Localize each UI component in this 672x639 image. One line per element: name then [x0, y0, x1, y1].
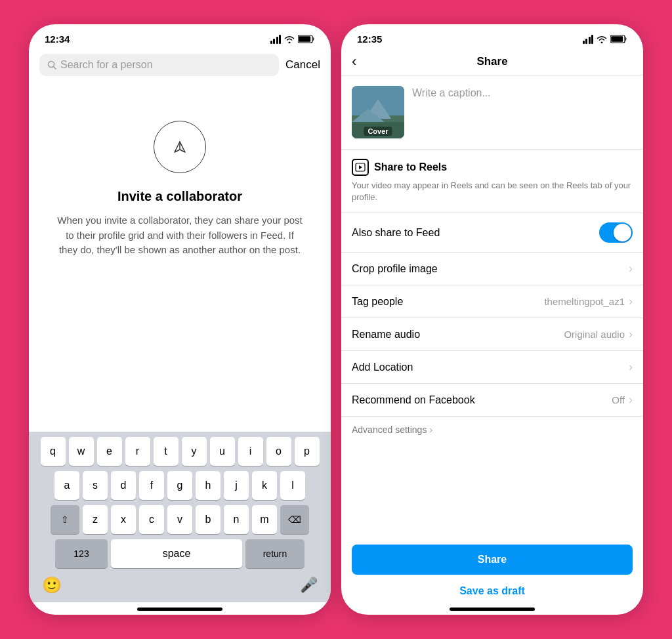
setting-rename-audio[interactable]: Rename audio Original audio › [341, 318, 643, 351]
tag-people-right: themeltingpot_az1 › [544, 295, 633, 308]
cover-label: Cover [364, 127, 392, 136]
key-a[interactable]: a [54, 471, 79, 500]
rename-audio-chevron: › [629, 327, 633, 341]
rename-audio-value: Original audio [564, 329, 625, 340]
svg-rect-1 [299, 36, 310, 42]
right-status-icons [583, 35, 628, 44]
setting-share-to-feed[interactable]: Also share to Feed [341, 213, 643, 253]
key-b[interactable]: b [196, 505, 220, 534]
search-bar[interactable]: Search for a person [39, 54, 279, 76]
keyboard-row-2: a s d f g h j k l [32, 471, 328, 500]
left-time: 12:34 [45, 33, 70, 45]
add-location-chevron: › [629, 360, 633, 374]
save-as-draft-button[interactable]: Save as draft [341, 580, 643, 602]
key-j[interactable]: j [224, 471, 249, 500]
key-d[interactable]: d [111, 471, 136, 500]
keyboard-emoji-row: 🙂 🎤 [32, 573, 328, 600]
signal-icon-right [583, 35, 594, 44]
setting-tag-people-label: Tag people [352, 296, 403, 308]
share-to-feed-toggle[interactable] [599, 222, 633, 243]
space-key[interactable]: space [111, 539, 242, 568]
send-icon-circle [154, 121, 206, 173]
advanced-settings-chevron: › [429, 424, 432, 435]
numbers-key[interactable]: 123 [55, 539, 108, 568]
keyboard-row-4: 123 space return [32, 539, 328, 568]
reels-title: Share to Reels [374, 161, 447, 173]
paper-plane-icon [168, 135, 192, 159]
key-h[interactable]: h [196, 471, 220, 500]
invite-section: Invite a collaborator When you invite a … [29, 81, 331, 432]
home-indicator [137, 608, 222, 611]
key-c[interactable]: c [139, 505, 164, 534]
tag-people-chevron: › [629, 295, 633, 308]
keyboard-row-3: ⇧ z x c v b n m ⌫ [32, 505, 328, 534]
left-status-icons [270, 35, 316, 44]
setting-share-to-feed-label: Also share to Feed [352, 227, 440, 239]
key-g[interactable]: g [167, 471, 192, 500]
advanced-settings-label: Advanced settings [352, 424, 427, 435]
setting-tag-people[interactable]: Tag people themeltingpot_az1 › [341, 285, 643, 318]
mic-icon[interactable]: 🎤 [300, 577, 318, 594]
key-f[interactable]: f [139, 471, 164, 500]
advanced-settings-row[interactable]: Advanced settings › [341, 417, 643, 443]
emoji-icon[interactable]: 🙂 [42, 576, 62, 594]
cancel-button[interactable]: Cancel [285, 58, 320, 72]
toggle-knob [614, 224, 631, 241]
caption-row: Cover Write a caption... [341, 75, 643, 150]
key-i[interactable]: i [238, 437, 263, 466]
key-m[interactable]: m [252, 505, 277, 534]
svg-rect-7 [611, 36, 623, 42]
battery-icon [298, 35, 315, 43]
key-u[interactable]: u [210, 437, 235, 466]
video-thumbnail[interactable]: Cover [352, 86, 404, 138]
key-o[interactable]: o [266, 437, 291, 466]
recommend-facebook-value: Off [612, 394, 625, 405]
share-button[interactable]: Share [352, 545, 633, 575]
key-l[interactable]: l [280, 471, 305, 500]
key-w[interactable]: w [69, 437, 94, 466]
share-title: Share [476, 55, 507, 68]
key-n[interactable]: n [224, 505, 249, 534]
back-button[interactable]: ‹ [352, 53, 356, 70]
wifi-icon-right [597, 35, 607, 43]
key-x[interactable]: x [111, 505, 136, 534]
invite-title: Invite a collaborator [117, 189, 242, 204]
reels-section: Share to Reels Your video may appear in … [341, 150, 643, 213]
return-key[interactable]: return [245, 539, 304, 568]
recommend-facebook-chevron: › [629, 393, 633, 407]
key-y[interactable]: y [182, 437, 207, 466]
right-status-bar: 12:35 [341, 24, 643, 49]
setting-recommend-facebook[interactable]: Recommend on Facebook Off › [341, 384, 643, 417]
key-e[interactable]: e [97, 437, 122, 466]
invite-description: When you invite a collaborator, they can… [55, 213, 304, 258]
key-p[interactable]: p [295, 437, 320, 466]
delete-key[interactable]: ⌫ [280, 505, 309, 534]
right-time: 12:35 [357, 33, 382, 45]
reels-description: Your video may appear in Reels and can b… [352, 180, 633, 203]
setting-crop-profile-label: Crop profile image [352, 263, 438, 275]
caption-input[interactable]: Write a caption... [412, 86, 491, 99]
left-status-bar: 12:34 [29, 24, 331, 49]
left-phone: 12:34 [29, 24, 331, 615]
key-v[interactable]: v [167, 505, 192, 534]
search-placeholder: Search for a person [60, 59, 153, 71]
key-k[interactable]: k [252, 471, 277, 500]
crop-profile-right: › [629, 262, 633, 276]
key-z[interactable]: z [83, 505, 108, 534]
screenshots-container: 12:34 [29, 24, 643, 615]
setting-crop-profile[interactable]: Crop profile image › [341, 253, 643, 285]
rename-audio-right: Original audio › [564, 327, 633, 341]
key-s[interactable]: s [83, 471, 108, 500]
setting-add-location[interactable]: Add Location › [341, 351, 643, 384]
share-header: ‹ Share [341, 49, 643, 75]
tag-people-value: themeltingpot_az1 [544, 296, 625, 307]
reels-icon [352, 159, 369, 176]
key-q[interactable]: q [41, 437, 66, 466]
keyboard: q w e r t y u i o p a s d f g h j k [29, 432, 331, 602]
shift-key[interactable]: ⇧ [51, 505, 79, 534]
crop-profile-chevron: › [629, 262, 633, 276]
key-r[interactable]: r [125, 437, 150, 466]
svg-line-3 [54, 67, 56, 70]
right-phone: 12:35 [341, 24, 643, 615]
key-t[interactable]: t [154, 437, 178, 466]
